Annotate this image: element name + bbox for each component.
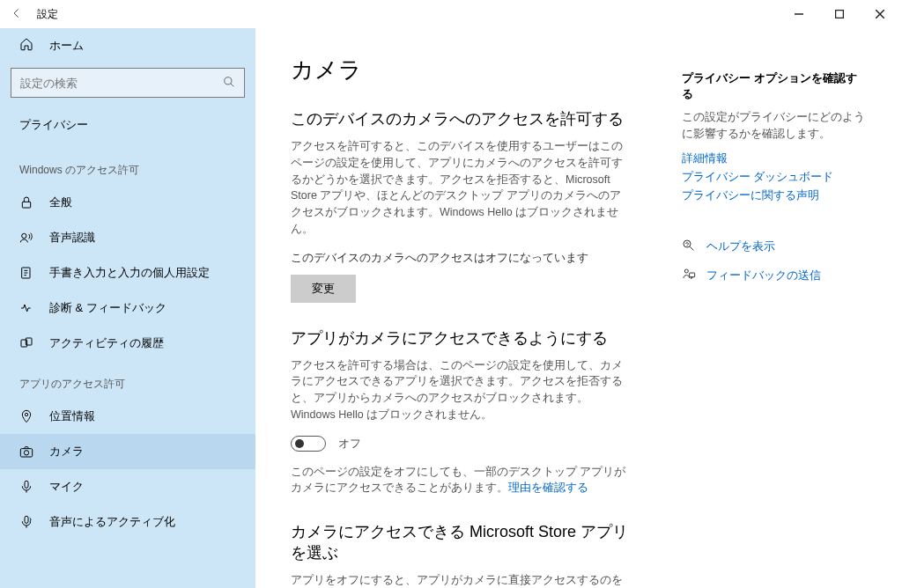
section-device-access-body: アクセスを許可すると、このデバイスを使用するユーザーはこのページの設定を使用して…	[291, 138, 629, 238]
window-title: 設定	[37, 7, 58, 22]
sidebar-item-speech[interactable]: 音声認識	[0, 220, 255, 255]
voice-icon	[19, 515, 33, 529]
app-access-toggle[interactable]	[291, 436, 326, 452]
svg-rect-24	[690, 273, 695, 277]
speech-icon	[19, 231, 33, 245]
sidebar-item-label: 全般	[49, 195, 72, 210]
back-button[interactable]	[11, 7, 23, 22]
section-device-access-title: このデバイスのカメラへのアクセスを許可する	[291, 108, 629, 129]
section-store-apps-body: アプリをオフにすると、アプリがカメラに直接アクセスするのを防ぐことができます。ア…	[291, 572, 629, 588]
section-app-access-body: アクセスを許可する場合は、このページの設定を使用して、カメラにアクセスできるアプ…	[291, 357, 629, 423]
sidebar-item-label: 音声によるアクティブ化	[49, 514, 175, 530]
maximize-button[interactable]	[819, 0, 860, 28]
sidebar-item-label: 診断 & フィードバック	[49, 300, 166, 316]
aside-title: プライバシー オプションを確認する	[682, 70, 867, 102]
svg-rect-15	[20, 449, 32, 457]
feedback-link-label[interactable]: フィードバックの送信	[706, 268, 821, 283]
sidebar-item-inking[interactable]: 手書き入力と入力の個人用設定	[0, 255, 255, 290]
svg-rect-17	[25, 481, 28, 488]
svg-rect-19	[25, 516, 28, 523]
sidebar-item-label: 位置情報	[49, 408, 95, 424]
sidebar-item-label: 手書き入力と入力の個人用設定	[49, 265, 210, 281]
close-button[interactable]	[860, 0, 900, 28]
feedback-icon	[682, 268, 696, 284]
sidebar-item-label: アクティビティの履歴	[49, 335, 164, 351]
svg-line-5	[231, 83, 234, 86]
help-icon	[682, 239, 696, 255]
sidebar-item-activity-history[interactable]: アクティビティの履歴	[0, 326, 255, 361]
location-icon	[19, 409, 33, 423]
sidebar-section-windows-permissions: Windows のアクセス許可	[0, 147, 255, 185]
microphone-icon	[19, 480, 33, 494]
sidebar-home[interactable]: ホーム	[0, 28, 255, 62]
svg-rect-6	[22, 202, 30, 208]
reason-link[interactable]: 理由を確認する	[508, 481, 588, 494]
search-icon	[223, 76, 235, 91]
sidebar-item-label: カメラ	[49, 444, 84, 459]
minimize-button[interactable]	[779, 0, 819, 28]
sidebar: ホーム プライバシー Windows のアクセス許可 全般 音声認識	[0, 28, 255, 588]
svg-point-21	[684, 240, 691, 247]
current-category: プライバシー	[0, 107, 255, 147]
sidebar-home-label: ホーム	[49, 38, 84, 54]
sidebar-item-diagnostics[interactable]: 診断 & フィードバック	[0, 290, 255, 326]
sidebar-item-camera[interactable]: カメラ	[0, 434, 255, 469]
svg-point-4	[225, 77, 232, 84]
sidebar-section-app-permissions: アプリのアクセス許可	[0, 361, 255, 399]
inking-icon	[19, 266, 33, 280]
lock-icon	[19, 195, 33, 209]
change-button[interactable]: 変更	[291, 275, 356, 303]
search-input[interactable]	[20, 77, 223, 90]
diagnostics-icon	[19, 301, 33, 315]
feedback-link[interactable]: フィードバックの送信	[682, 268, 867, 284]
sidebar-item-general[interactable]: 全般	[0, 185, 255, 220]
aside: プライバシー オプションを確認する この設定がプライバシーにどのように影響するか…	[682, 55, 867, 570]
svg-point-16	[24, 451, 28, 455]
camera-icon	[19, 445, 33, 459]
search-input-wrap[interactable]	[11, 68, 245, 98]
sidebar-item-label: 音声認識	[49, 230, 95, 246]
sidebar-item-microphone[interactable]: マイク	[0, 469, 255, 504]
svg-rect-1	[836, 11, 844, 18]
sidebar-item-location[interactable]: 位置情報	[0, 399, 255, 434]
main-content: カメラ このデバイスのカメラへのアクセスを許可する アクセスを許可すると、このデ…	[291, 55, 629, 570]
aside-body: この設定がプライバシーにどのように影響するかを確認します。	[682, 109, 867, 143]
sidebar-item-label: マイク	[49, 479, 84, 495]
app-access-note: このページの設定をオフにしても、一部のデスクトップ アプリがカメラにアクセスでき…	[291, 464, 629, 497]
sidebar-item-voice-activation[interactable]: 音声によるアクティブ化	[0, 504, 255, 540]
app-access-toggle-label: オフ	[338, 436, 361, 452]
svg-point-7	[22, 233, 26, 238]
svg-point-23	[684, 269, 688, 273]
device-access-status: このデバイスのカメラへのアクセスはオフになっています	[291, 250, 629, 266]
aside-link-privacy-statement[interactable]: プライバシーに関する声明	[682, 188, 867, 203]
help-link[interactable]: ヘルプを表示	[682, 239, 867, 255]
titlebar: 設定	[0, 0, 902, 28]
section-store-apps-title: カメラにアクセスできる Microsoft Store アプリを選ぶ	[291, 521, 629, 563]
aside-link-privacy-dashboard[interactable]: プライバシー ダッシュボード	[682, 170, 867, 185]
page-title: カメラ	[291, 55, 629, 85]
svg-point-14	[25, 413, 27, 415]
home-icon	[19, 37, 33, 54]
help-link-label[interactable]: ヘルプを表示	[706, 239, 775, 254]
section-app-access-title: アプリがカメラにアクセスできるようにする	[291, 327, 629, 349]
aside-link-more-info[interactable]: 詳細情報	[682, 151, 867, 166]
history-icon	[19, 336, 33, 350]
